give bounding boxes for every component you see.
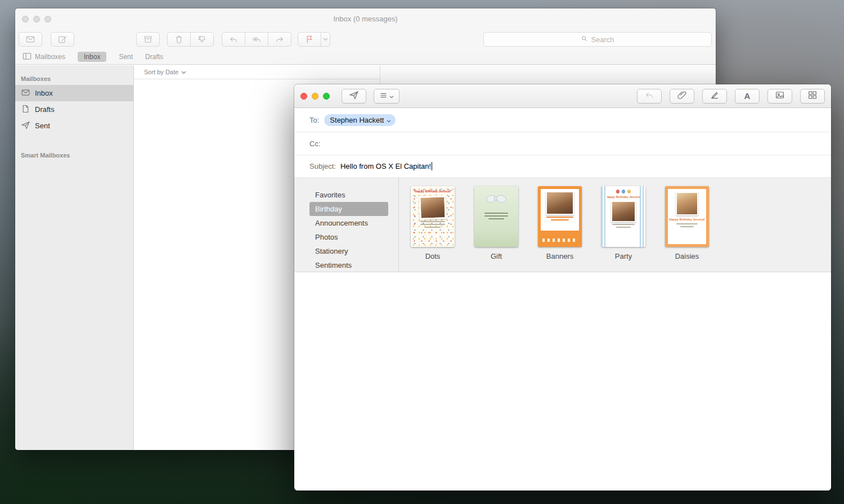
photo-browser-button[interactable] bbox=[767, 89, 792, 104]
flag-icon bbox=[304, 34, 315, 44]
to-field[interactable]: To: Stephen Hackett bbox=[294, 108, 831, 132]
card-balloons-decoration bbox=[601, 190, 645, 194]
sidebar-item-sent[interactable]: Sent bbox=[15, 118, 133, 134]
mailboxes-label: Mailboxes bbox=[35, 53, 65, 61]
reply-all-button[interactable] bbox=[245, 32, 268, 47]
card-text-line bbox=[680, 226, 694, 227]
cc-label: Cc: bbox=[309, 140, 321, 148]
chevron-down-icon bbox=[323, 38, 328, 41]
sent-paperplane-icon bbox=[21, 120, 30, 132]
sort-by-date-header[interactable]: Sort by Date bbox=[134, 65, 380, 79]
new-message-button[interactable] bbox=[51, 32, 74, 47]
compose-icon bbox=[57, 34, 68, 44]
sidebar-item-label: Drafts bbox=[35, 105, 55, 114]
card-text-line bbox=[420, 221, 445, 222]
stationery-picker: Favorites Birthday Announcements Photos … bbox=[294, 178, 831, 272]
minimize-button[interactable] bbox=[33, 16, 40, 22]
favorite-sent[interactable]: Sent bbox=[119, 53, 133, 61]
favorite-inbox[interactable]: Inbox bbox=[78, 52, 106, 62]
delete-button[interactable] bbox=[167, 32, 191, 47]
reply-button[interactable] bbox=[222, 32, 245, 47]
zoom-button[interactable] bbox=[323, 93, 330, 100]
card-text-line bbox=[676, 223, 698, 224]
mailboxes-sidebar-icon bbox=[23, 52, 32, 62]
flag-menu-button[interactable] bbox=[321, 32, 330, 47]
card-text-line bbox=[420, 224, 445, 225]
forward-arrow-icon bbox=[275, 34, 285, 44]
stationery-grid-icon bbox=[807, 90, 818, 102]
close-button[interactable] bbox=[300, 93, 307, 100]
trash-icon bbox=[174, 34, 184, 44]
card-text-line bbox=[484, 215, 508, 217]
reply-indicator-button[interactable] bbox=[637, 89, 662, 104]
photo-browser-icon bbox=[775, 90, 785, 102]
stationery-divider bbox=[398, 178, 399, 272]
category-birthday[interactable]: Birthday bbox=[309, 202, 388, 216]
cc-field[interactable]: Cc: bbox=[294, 132, 831, 155]
category-sentiments[interactable]: Sentiments bbox=[309, 258, 388, 272]
fonts-button[interactable]: A bbox=[735, 89, 760, 104]
sidebar-heading-smart-mailboxes: Smart Mailboxes bbox=[15, 148, 133, 161]
template-gift[interactable]: Gift bbox=[474, 186, 518, 272]
sidebar-heading-mailboxes: Mailboxes bbox=[15, 72, 133, 85]
subject-label: Subject: bbox=[309, 162, 336, 170]
card-text-line bbox=[612, 224, 635, 225]
recipient-token[interactable]: Stephen Hackett bbox=[324, 114, 396, 126]
category-favorites[interactable]: Favorites bbox=[309, 188, 388, 202]
template-dots[interactable]: Happy Birthday Jessica! Dots bbox=[411, 186, 455, 272]
flag-button[interactable] bbox=[298, 32, 321, 47]
fonts-a-icon: A bbox=[744, 91, 751, 101]
sidebar-item-inbox[interactable]: Inbox bbox=[15, 85, 133, 101]
template-banners[interactable]: Banners bbox=[538, 186, 582, 272]
card-bunting-decoration bbox=[542, 238, 577, 242]
close-button[interactable] bbox=[22, 16, 29, 22]
header-fields-menu-button[interactable] bbox=[374, 89, 399, 104]
sidebar-item-label: Sent bbox=[35, 122, 50, 130]
minimize-button[interactable] bbox=[312, 93, 318, 100]
category-photos[interactable]: Photos bbox=[309, 230, 388, 244]
template-daisies-preview[interactable]: Happy Birthday Jessica! bbox=[665, 186, 709, 247]
template-name: Daisies bbox=[665, 252, 709, 260]
stationery-button[interactable] bbox=[800, 89, 825, 104]
mailboxes-toggle[interactable]: Mailboxes bbox=[23, 52, 65, 62]
template-dots-preview[interactable]: Happy Birthday Jessica! bbox=[411, 186, 455, 247]
card-text-line bbox=[551, 219, 569, 220]
archive-button[interactable] bbox=[136, 32, 160, 47]
favorites-bar: Mailboxes Inbox Sent Drafts bbox=[15, 49, 716, 65]
get-mail-button[interactable] bbox=[19, 32, 42, 47]
to-label: To: bbox=[309, 116, 319, 124]
chevron-down-icon bbox=[181, 69, 186, 75]
compose-toolbar-right-group: A bbox=[637, 89, 825, 104]
signature-button[interactable] bbox=[702, 89, 727, 104]
subject-value[interactable]: Hello from OS X El Capitan! bbox=[340, 162, 431, 170]
card-title-text: Happy Birthday Jessica! bbox=[668, 218, 706, 222]
favorite-drafts[interactable]: Drafts bbox=[145, 53, 163, 61]
message-body-editor[interactable] bbox=[294, 334, 831, 490]
signature-pen-icon bbox=[710, 90, 720, 102]
category-stationery[interactable]: Stationery bbox=[309, 244, 388, 258]
drafts-document-icon bbox=[21, 104, 30, 115]
search-field[interactable]: Search bbox=[483, 32, 712, 47]
template-gift-preview[interactable] bbox=[474, 186, 518, 247]
forward-button[interactable] bbox=[268, 32, 291, 47]
card-title-text: Happy Birthday Jessica! bbox=[411, 190, 455, 194]
attach-button[interactable] bbox=[670, 89, 694, 104]
category-announcements[interactable]: Announcements bbox=[309, 216, 388, 230]
template-party-preview[interactable]: Happy Birthday Jessica! bbox=[601, 186, 645, 247]
sidebar-item-drafts[interactable]: Drafts bbox=[15, 101, 133, 118]
trash-junk-group bbox=[167, 32, 214, 47]
template-party[interactable]: Happy Birthday Jessica! Party bbox=[601, 186, 645, 272]
window-controls bbox=[300, 93, 330, 100]
card-text-line bbox=[425, 227, 441, 228]
junk-button[interactable] bbox=[190, 32, 214, 47]
card-inner-panel bbox=[541, 189, 579, 231]
template-daisies[interactable]: Happy Birthday Jessica! Daisies bbox=[665, 186, 709, 272]
send-button[interactable] bbox=[342, 89, 366, 104]
sidebar-item-label: Inbox bbox=[35, 89, 53, 97]
window-controls bbox=[22, 16, 51, 22]
reply-group bbox=[222, 32, 291, 47]
zoom-button[interactable] bbox=[44, 16, 51, 22]
subject-field[interactable]: Subject: Hello from OS X El Capitan! bbox=[294, 155, 831, 178]
template-banners-preview[interactable] bbox=[538, 186, 582, 247]
chevron-down-icon[interactable] bbox=[387, 116, 391, 124]
